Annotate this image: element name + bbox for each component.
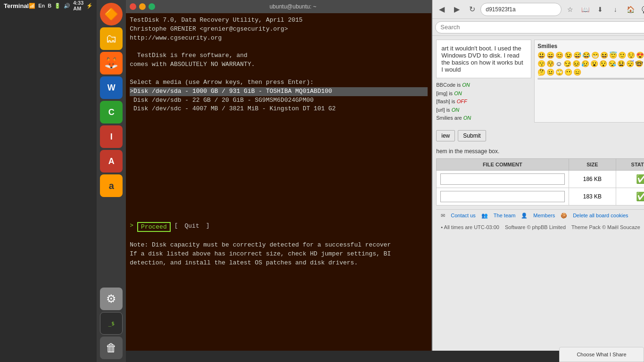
forward-button[interactable]: ▶ <box>450 3 463 16</box>
sidebar-icon-settings[interactable]: ⚙ <box>100 288 123 310</box>
delete-cookies-link[interactable]: Delete all board cookies <box>573 213 628 218</box>
hint-text: hem in the message box. <box>436 148 644 155</box>
smiley[interactable]: 😐 <box>546 68 554 76</box>
smiley[interactable]: 😄 <box>546 51 554 59</box>
comment-input-1[interactable] <box>440 173 564 185</box>
downloads-icon[interactable]: ↓ <box>609 3 622 16</box>
proceed-button[interactable]: Proceed <box>137 222 171 232</box>
flash-status: OFF <box>457 99 467 104</box>
bbcode-info: BBCode is ON [img] is ON [flash] is OFF … <box>436 81 531 123</box>
system-tray: 📶 En B 🔋 🔊 4:33 AM ⚡ <box>29 0 93 11</box>
smiley[interactable]: 😙 <box>537 60 545 67</box>
smiley[interactable]: 😣 <box>572 60 580 67</box>
terminal-prompt: > <box>130 222 133 232</box>
smilies-title: Smilies <box>537 43 644 49</box>
smiley[interactable]: 😌 <box>627 51 635 59</box>
members-link[interactable]: Members <box>533 213 555 218</box>
terminal-max-btn[interactable] <box>149 3 155 10</box>
smiley[interactable]: 😯 <box>599 60 607 67</box>
smiley[interactable]: 😍 <box>636 51 644 59</box>
search-bar-container <box>432 19 644 36</box>
terminal-min-btn[interactable] <box>139 3 146 10</box>
browser-window: ◀ ▶ ↻ ☆ 📖 ⬇ ↓ 🏠 💬 ☰ <box>432 0 644 351</box>
smilies-panel: Smilies 😃 😄 😊 😉 😅 😂 😁 😆 😇 <box>534 40 644 123</box>
chat-icon[interactable]: 💬 <box>639 3 644 16</box>
sidebar-icon-amazon[interactable]: a <box>100 174 123 197</box>
sidebar-icon-typora[interactable]: A <box>100 150 123 173</box>
bbcode-label: BBCode is <box>436 82 462 88</box>
smiley[interactable]: 😆 <box>600 51 608 59</box>
search-input[interactable] <box>435 21 644 33</box>
forum-body: art it wouldn't boot. I used the Windows… <box>432 36 644 351</box>
comment-input-2[interactable] <box>440 191 564 202</box>
term-line-selected: >Disk /dev/sda - 1000 GB / 931 GiB - TOS… <box>130 87 428 96</box>
smiley[interactable]: 😫 <box>617 60 625 67</box>
sidebar-icon-ubuntu[interactable]: 🔶 <box>100 3 123 25</box>
smiley[interactable]: 😁 <box>591 51 599 59</box>
sidebar-icon-terminal[interactable]: _$ <box>100 312 123 335</box>
preview-button[interactable]: iew <box>436 130 455 141</box>
sidebar-icon-impress[interactable]: I <box>100 125 123 148</box>
home-icon[interactable]: 🏠 <box>624 3 637 16</box>
bookmark-star-icon[interactable]: ☆ <box>563 3 577 16</box>
sidebar-icon-trash[interactable]: 🗑 <box>100 337 123 359</box>
cookie-icon: 🍪 <box>561 213 567 219</box>
smiley[interactable]: 😊 <box>555 51 563 59</box>
smiley[interactable]: 😮 <box>590 60 598 67</box>
smiley[interactable]: 😏 <box>563 60 571 67</box>
terminal-window: ubuntu@ubuntu: ~ TestDisk 7.0, Data Reco… <box>126 0 432 351</box>
smiley[interactable]: 😇 <box>609 51 617 59</box>
wifi-icon: 📶 <box>29 3 35 9</box>
smiley[interactable]: 😃 <box>537 51 545 59</box>
smiley[interactable]: 🙄 <box>555 68 563 76</box>
post-area-container: art it wouldn't boot. I used the Windows… <box>436 40 531 123</box>
smiley[interactable]: 😚 <box>546 60 554 67</box>
terminal-body[interactable]: TestDisk 7.0, Data Recovery Utility, Apr… <box>126 13 431 351</box>
post-smilies-row: art it wouldn't boot. I used the Windows… <box>436 40 644 123</box>
back-button[interactable]: ◀ <box>435 3 448 16</box>
img-status: ON <box>454 90 462 96</box>
flash-label: [flash] is <box>436 99 456 104</box>
smiley[interactable]: 😥 <box>581 60 589 67</box>
sidebar-icon-files[interactable]: 🗂 <box>100 27 123 50</box>
choose-share-bar[interactable]: Choose What I Share <box>559 347 644 362</box>
term-line <box>130 69 428 78</box>
the-team-link[interactable]: The team <box>494 213 515 218</box>
quit-button[interactable]: Quit <box>182 222 202 232</box>
powered-by-text: Software © phpBB Limited <box>505 224 566 230</box>
smiley[interactable]: 🤔 <box>537 68 545 76</box>
smiley[interactable]: ☺ <box>555 60 562 67</box>
post-text-area: art it wouldn't boot. I used the Windows… <box>436 40 531 78</box>
smiley[interactable]: 😅 <box>573 51 581 59</box>
term-line <box>130 140 428 149</box>
url-bar[interactable] <box>480 3 561 16</box>
forum-footer: ✉ Contact us 👥 The team 👤 Members 🍪 Dele… <box>436 209 644 233</box>
nav-icons: ☆ 📖 ⬇ ↓ 🏠 💬 ☰ <box>563 3 644 16</box>
smiley[interactable]: 🙂 <box>618 51 626 59</box>
pocket-icon[interactable]: ⬇ <box>594 3 607 16</box>
size-cell-2: 183 KB <box>569 188 616 205</box>
sidebar-icon-firefox[interactable]: 🦊 <box>100 52 123 74</box>
smiley[interactable]: 😶 <box>564 68 572 76</box>
smiley[interactable]: 😑 <box>573 68 581 76</box>
smiley[interactable]: 😴 <box>626 60 634 67</box>
reader-mode-icon[interactable]: 📖 <box>578 3 592 16</box>
term-line: Disk /dev/sdb - 22 GB / 20 GiB - SG9MSM6… <box>130 96 428 105</box>
submit-button[interactable]: Submit <box>458 130 486 141</box>
smiley[interactable]: 🤓 <box>635 60 643 67</box>
refresh-button[interactable]: ↻ <box>465 3 479 16</box>
term-line: http://www.cgsecurity.org <box>130 34 428 43</box>
smiley[interactable]: 😉 <box>564 51 572 59</box>
term-line <box>130 212 428 221</box>
term-line <box>130 232 428 241</box>
smiley[interactable]: 😂 <box>582 51 590 59</box>
battery-icon: 🔋 <box>54 3 61 9</box>
smiley[interactable]: 😪 <box>608 60 616 67</box>
size-cell-1: 186 KB <box>569 170 616 188</box>
smilies-scrollbar[interactable] <box>537 78 644 80</box>
status-cell-1: ✅ <box>616 170 644 188</box>
sidebar-icon-writer[interactable]: W <box>100 76 123 99</box>
contact-us-link[interactable]: Contact us <box>451 213 476 218</box>
sidebar-icon-calc[interactable]: C <box>100 101 123 123</box>
terminal-close-btn[interactable] <box>130 3 136 10</box>
